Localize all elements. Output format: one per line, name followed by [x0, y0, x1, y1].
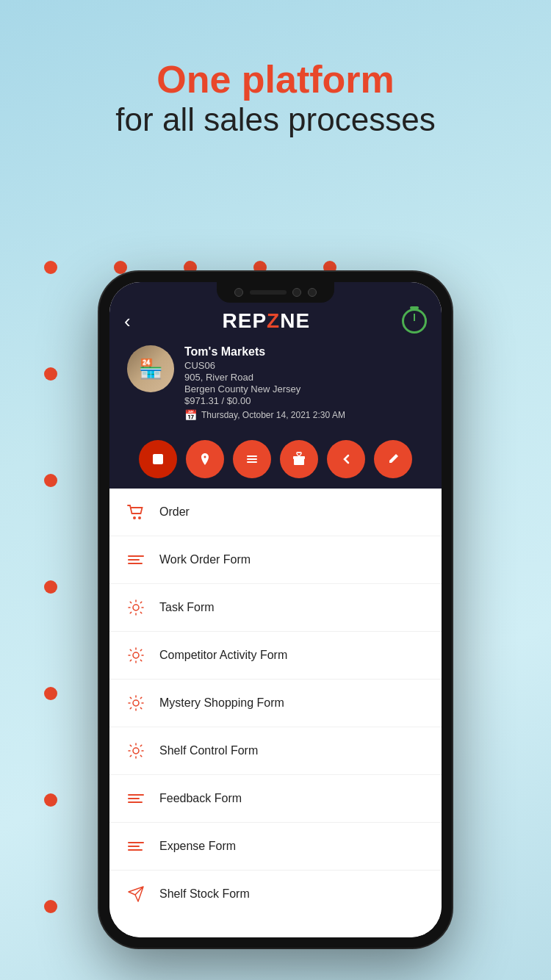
menu-item-shelf-control-form[interactable]: Shelf Control Form	[109, 727, 442, 775]
action-bar	[109, 433, 442, 489]
timer-icon[interactable]	[402, 309, 427, 334]
menu-label-expense-form: Expense Form	[159, 840, 236, 853]
menu-label-task-form: Task Form	[159, 601, 215, 614]
menu-label-order: Order	[159, 505, 190, 519]
decorative-dot-6	[44, 474, 57, 487]
timer-hand	[414, 314, 415, 321]
calendar-icon: 📅	[184, 409, 197, 421]
logo-o: Z	[267, 309, 280, 332]
customer-id: CUS06	[184, 360, 424, 371]
lines-icon	[124, 835, 148, 858]
svg-rect-1	[247, 455, 257, 457]
menu-label-shelf-control-form: Shelf Control Form	[159, 744, 258, 757]
speaker	[250, 290, 287, 295]
phone-screen: ‹ REPZNE 🏪 Tom's Markets CUS06	[109, 282, 442, 937]
phone-mockup: ‹ REPZNE 🏪 Tom's Markets CUS06	[99, 272, 452, 948]
date-text: Thursday, October 14, 2021 2:30 AM	[201, 410, 345, 420]
hero-section: One platform for all sales processes	[0, 59, 551, 140]
menu-label-work-order-form: Work Order Form	[159, 553, 251, 566]
list-button[interactable]	[233, 440, 271, 478]
front-camera	[234, 288, 243, 297]
menu-label-competitor-activity-form: Competitor Activity Form	[159, 649, 287, 662]
menu-item-shelf-stock-form[interactable]: Shelf Stock Form	[109, 871, 442, 918]
customer-balance: $971.31 / $0.00	[184, 395, 424, 406]
svg-point-6	[133, 516, 136, 519]
edit-button[interactable]	[374, 440, 412, 478]
lines-icon	[124, 548, 148, 572]
logo-ne: NE	[280, 309, 310, 332]
menu-item-work-order-form[interactable]: Work Order Form	[109, 536, 442, 584]
svg-rect-0	[153, 454, 163, 464]
svg-point-7	[138, 516, 141, 519]
menu-label-mystery-shopping-form: Mystery Shopping Form	[159, 696, 284, 710]
back-button[interactable]: ‹	[124, 310, 131, 333]
gear-icon	[124, 691, 148, 715]
menu-item-task-form[interactable]: Task Form	[109, 584, 442, 632]
front-camera-2	[292, 288, 301, 297]
gear-icon	[124, 644, 148, 667]
phone-notch	[217, 282, 334, 303]
decorative-dot-0	[44, 261, 57, 274]
plane-icon	[124, 882, 148, 906]
customer-avatar: 🏪	[127, 345, 174, 392]
customer-address1: 905, River Road	[184, 372, 424, 383]
logo-rep: REP	[223, 309, 267, 332]
decorative-dot-9	[44, 793, 57, 807]
decorative-dot-8	[44, 687, 57, 700]
gift-button[interactable]	[280, 440, 318, 478]
stop-button[interactable]	[139, 440, 177, 478]
customer-details: Tom's Markets CUS06 905, River Road Berg…	[184, 345, 424, 421]
hero-title-line2: for all sales processes	[0, 101, 551, 140]
menu-label-feedback-form: Feedback Form	[159, 792, 242, 805]
nav-bar: ‹ REPZNE	[124, 309, 427, 334]
svg-rect-5	[293, 456, 305, 459]
front-sensor	[308, 288, 317, 297]
svg-rect-4	[294, 458, 304, 465]
menu-item-order[interactable]: Order	[109, 489, 442, 536]
lines-icon	[124, 787, 148, 810]
menu-item-feedback-form[interactable]: Feedback Form	[109, 775, 442, 823]
back-arrow-button[interactable]	[327, 440, 365, 478]
location-button[interactable]	[186, 440, 224, 478]
customer-info: 🏪 Tom's Markets CUS06 905, River Road Be…	[124, 345, 427, 421]
decorative-dot-7	[44, 580, 57, 594]
customer-date: 📅 Thursday, October 14, 2021 2:30 AM	[184, 409, 424, 421]
menu-item-mystery-shopping-form[interactable]: Mystery Shopping Form	[109, 680, 442, 727]
hero-title-line1: One platform	[0, 59, 551, 101]
cart-icon	[124, 500, 148, 524]
menu-list: Order Work Order Form Task Form Competit…	[109, 489, 442, 937]
svg-rect-3	[247, 461, 257, 463]
menu-item-expense-form[interactable]: Expense Form	[109, 823, 442, 871]
customer-name: Tom's Markets	[184, 345, 424, 359]
customer-address2: Bergen County New Jersey	[184, 383, 424, 394]
gear-icon	[124, 596, 148, 619]
decorative-dot-5	[44, 367, 57, 381]
decorative-dot-10	[44, 900, 57, 913]
menu-label-shelf-stock-form: Shelf Stock Form	[159, 887, 250, 901]
screen-header: ‹ REPZNE 🏪 Tom's Markets CUS06	[109, 282, 442, 433]
menu-item-competitor-activity-form[interactable]: Competitor Activity Form	[109, 632, 442, 680]
gear-icon	[124, 739, 148, 763]
svg-rect-2	[247, 458, 257, 460]
phone-body: ‹ REPZNE 🏪 Tom's Markets CUS06	[99, 272, 452, 948]
app-logo: REPZNE	[223, 309, 311, 333]
